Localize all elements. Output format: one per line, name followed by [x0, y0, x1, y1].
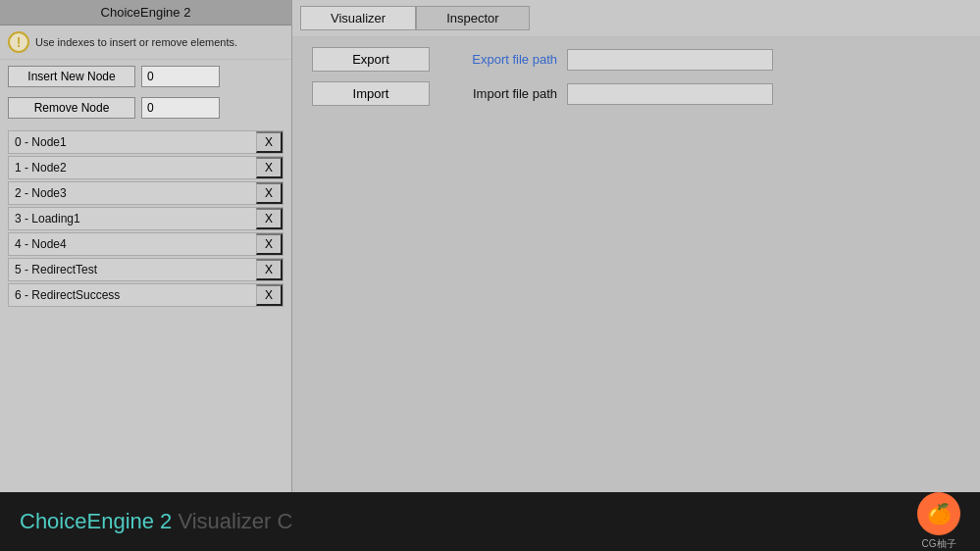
node-remove-button[interactable]: X	[256, 157, 283, 178]
node-row: 1 - Node2X	[8, 156, 284, 179]
footer-title-green: ChoiceEngine 2	[20, 509, 172, 533]
export-row: Export Export file path	[312, 47, 960, 72]
insert-node-button[interactable]: Insert New Node	[8, 66, 135, 87]
node-row: 4 - Node4X	[8, 232, 284, 256]
node-label: 3 - Loading1	[9, 209, 256, 228]
node-label: 1 - Node2	[9, 158, 256, 177]
tab-visualizer[interactable]: Visualizer	[300, 6, 416, 30]
node-label: 0 - Node1	[9, 132, 256, 152]
import-button[interactable]: Import	[312, 81, 430, 106]
warning-row: ! Use indexes to insert or remove elemen…	[0, 25, 291, 60]
main-content: ChoiceEngine 2 ! Use indexes to insert o…	[0, 0, 980, 492]
node-row: 5 - RedirectTestX	[8, 258, 284, 281]
tab-inspector[interactable]: Inspector	[416, 6, 529, 30]
inspector-content: Export Export file path Import Import fi…	[292, 37, 980, 116]
warning-icon: !	[8, 31, 29, 53]
left-panel: ChoiceEngine 2 ! Use indexes to insert o…	[0, 0, 292, 492]
node-label: 5 - RedirectTest	[9, 260, 256, 279]
node-label: 2 - Node3	[9, 183, 256, 203]
footer: ChoiceEngine 2 Visualizer C 🍊 CG柚子	[0, 492, 980, 551]
node-row: 6 - RedirectSuccessX	[8, 283, 284, 307]
remove-node-button[interactable]: Remove Node	[8, 97, 135, 119]
node-remove-button[interactable]: X	[256, 208, 283, 229]
node-row: 3 - Loading1X	[8, 207, 284, 230]
insert-node-row: Insert New Node	[0, 62, 291, 91]
node-remove-button[interactable]: X	[256, 182, 283, 204]
warning-text: Use indexes to insert or remove elements…	[35, 36, 237, 48]
import-row: Import Import file path	[312, 81, 960, 106]
node-list: 0 - Node1X1 - Node2X2 - Node3X3 - Loadin…	[8, 130, 284, 307]
footer-title-rest: Visualizer C	[172, 509, 292, 533]
node-row: 0 - Node1X	[8, 130, 284, 154]
footer-logo: 🍊	[917, 492, 960, 535]
app-title: ChoiceEngine 2	[0, 0, 291, 25]
footer-logo-emoji: 🍊	[927, 502, 952, 526]
export-label: Export file path	[439, 52, 557, 67]
export-path-input[interactable]	[567, 49, 773, 71]
node-remove-button[interactable]: X	[256, 259, 283, 280]
import-path-input[interactable]	[567, 83, 773, 105]
import-label: Import file path	[439, 86, 557, 101]
right-panel: Visualizer Inspector Export Export file …	[292, 0, 980, 492]
node-label: 6 - RedirectSuccess	[9, 285, 256, 305]
footer-logo-text: CG柚子	[922, 537, 956, 551]
node-remove-button[interactable]: X	[256, 284, 283, 306]
insert-node-input[interactable]	[141, 66, 220, 87]
node-remove-button[interactable]: X	[256, 131, 283, 153]
tabs-row: Visualizer Inspector	[292, 0, 980, 37]
node-label: 4 - Node4	[9, 234, 256, 254]
export-button[interactable]: Export	[312, 47, 430, 72]
footer-logo-wrap: 🍊 CG柚子	[917, 492, 960, 551]
footer-title: ChoiceEngine 2 Visualizer C	[20, 509, 292, 534]
node-row: 2 - Node3X	[8, 181, 284, 205]
node-remove-button[interactable]: X	[256, 233, 283, 255]
remove-node-input[interactable]	[141, 97, 220, 119]
remove-node-row: Remove Node	[0, 93, 291, 123]
